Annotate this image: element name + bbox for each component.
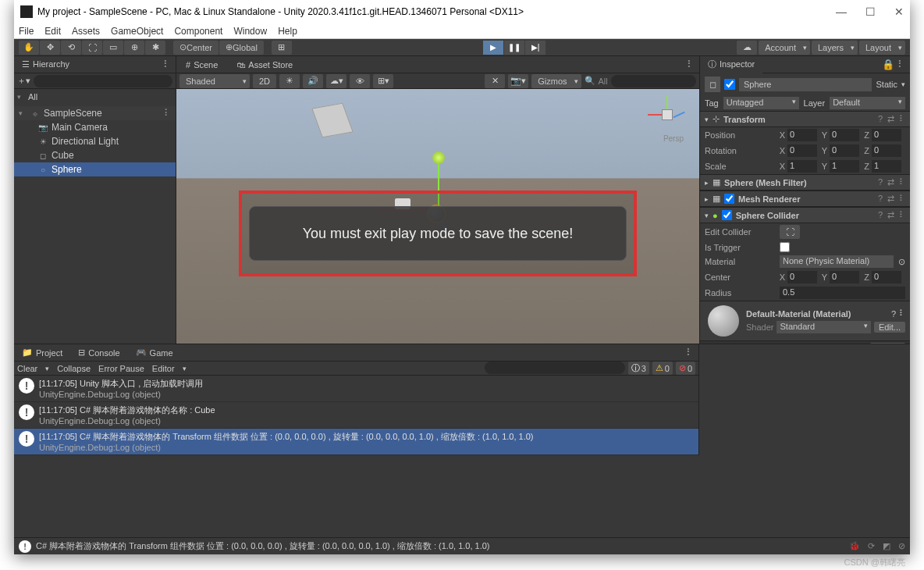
radius-field[interactable]: 0.5	[780, 287, 905, 299]
console-panel-menu[interactable]: ⠇	[681, 347, 698, 358]
scene-root[interactable]: ▾ ⟐ SampleScene ⠇	[14, 106, 176, 120]
mesh-renderer-checkbox[interactable]	[724, 194, 734, 204]
menu-gameobject[interactable]: GameObject	[111, 26, 163, 37]
warning-filter[interactable]: ⚠0	[652, 362, 673, 375]
hierarchy-item-cube[interactable]: ◻ Cube	[14, 148, 176, 162]
clear-button[interactable]: Clear	[17, 364, 37, 373]
scene-tools-button[interactable]: ✕	[485, 74, 505, 88]
shading-mode-dropdown[interactable]: Shaded	[179, 74, 250, 88]
scene-search[interactable]	[611, 75, 696, 87]
scale-z-field[interactable]: 1	[872, 160, 901, 173]
scene-menu-icon[interactable]: ⠇	[164, 108, 171, 119]
menu-assets[interactable]: Assets	[72, 26, 100, 37]
scale-y-field[interactable]: 1	[830, 160, 859, 173]
edit-shader-button[interactable]: Edit...	[874, 322, 905, 333]
help-icon[interactable]: ?	[891, 309, 896, 319]
menu-component[interactable]: Component	[174, 26, 222, 37]
mesh-renderer-header[interactable]: ▸▦ Mesh Renderer ?⇄⠇	[700, 191, 910, 207]
hierarchy-item-directional-light[interactable]: ☀ Directional Light	[14, 134, 176, 148]
error-filter[interactable]: ⊘0	[676, 362, 695, 375]
menu-edit[interactable]: Edit	[44, 26, 61, 37]
sphere-collider-checkbox[interactable]	[722, 210, 732, 220]
scene-fx-toggle[interactable]: ☁▾	[326, 74, 346, 88]
pause-button[interactable]: ❚❚	[504, 41, 524, 55]
gameobject-name-field[interactable]: Sphere	[739, 78, 872, 91]
log-entry[interactable]: ! [11:17:05] C# 脚本附着游戏物体的名称 : Cube Unity…	[14, 402, 698, 429]
scene-grid-toggle[interactable]: ⊞▾	[373, 74, 393, 88]
center-x-field[interactable]: 0	[787, 271, 817, 283]
hand-tool[interactable]: ✋	[19, 41, 39, 55]
maximize-button[interactable]: ☐	[865, 5, 876, 18]
close-button[interactable]: ✕	[894, 5, 904, 18]
rotation-y-field[interactable]: 0	[830, 144, 859, 157]
custom-tool[interactable]: ✱	[145, 41, 165, 55]
scene-camera-button[interactable]: 📷▾	[508, 74, 528, 88]
error-pause-toggle[interactable]: Error Pause	[98, 364, 144, 373]
pivot-toggle[interactable]: ⊙ Center	[173, 41, 219, 55]
edit-collider-button[interactable]: ⛶	[780, 225, 800, 239]
console-tab[interactable]: ⊟ Console	[70, 345, 127, 360]
shader-dropdown[interactable]: Standard	[777, 321, 870, 333]
mesh-filter-header[interactable]: ▸▦ Sphere (Mesh Filter) ?⇄⠇	[700, 174, 910, 191]
layout-dropdown[interactable]: Layout	[859, 41, 905, 55]
error-icon[interactable]: ⊘	[898, 541, 905, 551]
editor-toggle[interactable]: Editor	[152, 364, 175, 373]
log-entry[interactable]: ! [11:17:05] C# 脚本附着游戏物体的 Transform 组件数据…	[14, 429, 698, 455]
log-entry[interactable]: ! [11:17:05] Unity 脚本入口 , 启动加载时调用 UnityE…	[14, 376, 698, 402]
scene-audio-toggle[interactable]: 🔊	[303, 74, 323, 88]
position-y-field[interactable]: 0	[830, 129, 859, 141]
gizmos-dropdown[interactable]: Gizmos	[531, 74, 581, 88]
scene-light-toggle[interactable]: ☀	[279, 74, 300, 88]
orientation-gizmo[interactable]	[648, 95, 687, 134]
hierarchy-create-button[interactable]: ＋▾	[17, 75, 30, 87]
scene-tab[interactable]: # Scene	[176, 58, 227, 72]
transform-component-header[interactable]: ▾ ⊹ Transform ?⇄⠇	[700, 111, 910, 127]
menu-icon[interactable]: ⠇	[899, 114, 905, 124]
object-picker-icon[interactable]: ⊙	[898, 257, 905, 267]
center-y-field[interactable]: 0	[830, 271, 859, 283]
move-tool[interactable]: ✥	[40, 41, 60, 55]
material-add-button[interactable]: Add...	[870, 343, 905, 344]
position-x-field[interactable]: 0	[787, 129, 817, 141]
projection-label[interactable]: Persp	[663, 134, 684, 143]
gameobject-active-checkbox[interactable]	[724, 79, 735, 90]
material-header[interactable]: Default-Material (Material) ?⠇ Shader St…	[700, 301, 910, 341]
rotation-x-field[interactable]: 0	[787, 144, 817, 157]
layer-dropdown[interactable]: Default	[830, 97, 905, 109]
hierarchy-panel-menu[interactable]: ⠇	[158, 59, 176, 70]
rotate-tool[interactable]: ⟲	[61, 41, 81, 55]
info-filter[interactable]: ⓘ3	[628, 362, 649, 375]
rotation-z-field[interactable]: 0	[872, 144, 901, 157]
autosave-icon[interactable]: ◩	[883, 541, 890, 551]
asset-store-tab[interactable]: 🛍 Asset Store	[227, 58, 302, 72]
bug-icon[interactable]: 🐞	[849, 541, 860, 551]
menu-help[interactable]: Help	[278, 26, 297, 37]
center-z-field[interactable]: 0	[872, 271, 901, 283]
layers-dropdown[interactable]: Layers	[812, 41, 858, 55]
inspector-panel-menu[interactable]: 🔒 ⠇	[877, 59, 910, 70]
collapse-toggle[interactable]: Collapse	[57, 364, 91, 373]
snap-button[interactable]: ⊞	[272, 41, 292, 55]
minimize-button[interactable]: —	[836, 5, 847, 18]
account-dropdown[interactable]: Account	[759, 41, 810, 55]
2d-toggle[interactable]: 2D	[253, 74, 276, 88]
static-label[interactable]: Static	[876, 80, 897, 89]
console-search[interactable]	[485, 362, 625, 374]
menu-window[interactable]: Window	[233, 26, 267, 37]
preset-icon[interactable]: ⇄	[887, 114, 894, 124]
transform-tool[interactable]: ⊕	[124, 41, 144, 55]
hierarchy-item-sphere[interactable]: ○ Sphere	[14, 162, 176, 176]
scale-tool[interactable]: ⛶	[82, 41, 102, 55]
scene-viewport[interactable]: Persp You must exit play mode to save th…	[176, 89, 699, 344]
collab-button[interactable]: ☁	[737, 41, 757, 55]
inspector-tab[interactable]: ⓘ Inspector	[700, 56, 762, 73]
tag-dropdown[interactable]: Untagged	[723, 97, 799, 109]
rect-tool[interactable]: ▭	[103, 41, 123, 55]
menu-file[interactable]: File	[19, 26, 34, 37]
hierarchy-item-main-camera[interactable]: 📷 Main Camera	[14, 120, 176, 134]
physic-material-field[interactable]: None (Physic Material)	[780, 255, 894, 268]
scale-x-field[interactable]: 1	[787, 160, 817, 173]
step-button[interactable]: ▶|	[525, 41, 546, 55]
help-icon[interactable]: ?	[878, 114, 883, 124]
position-z-field[interactable]: 0	[872, 129, 901, 141]
